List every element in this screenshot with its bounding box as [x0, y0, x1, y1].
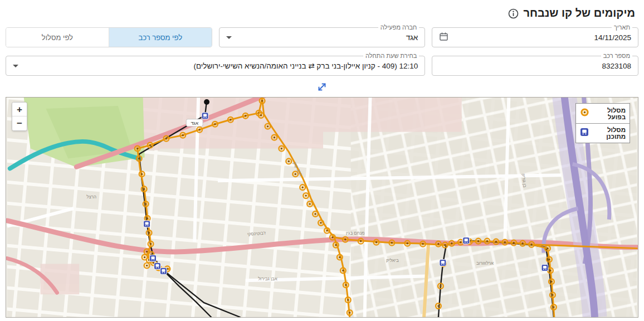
actual-position-marker[interactable] [139, 171, 145, 177]
expand-map-icon[interactable] [316, 81, 328, 95]
actual-position-marker[interactable] [545, 246, 550, 251]
actual-position-marker[interactable] [458, 240, 464, 245]
actual-position-marker[interactable] [549, 279, 554, 284]
actual-position-marker[interactable] [551, 304, 557, 310]
map-street-label: מנחם בגין [346, 231, 365, 236]
actual-position-marker[interactable] [520, 241, 525, 246]
vehicle-number-field[interactable]: מספר רכב 8323108 [432, 56, 638, 76]
actual-position-marker[interactable] [330, 235, 335, 240]
actual-position-marker[interactable] [144, 262, 150, 268]
legend-actual-label: מסלול בפועל [589, 107, 626, 120]
route-start-marker[interactable] [204, 99, 209, 105]
actual-position-marker[interactable] [286, 158, 291, 164]
actual-position-marker[interactable] [145, 216, 150, 221]
date-field[interactable]: תאריך 14/11/2025 [432, 27, 638, 47]
actual-position-marker[interactable] [550, 292, 555, 298]
actual-position-marker[interactable] [476, 239, 481, 244]
toggle-by-vehicle-button[interactable]: לפי מספר רכב [109, 28, 212, 47]
bus-stop-icon [580, 128, 589, 139]
actual-position-marker[interactable] [265, 124, 271, 129]
planned-stop-marker[interactable] [202, 113, 208, 119]
actual-position-marker[interactable] [163, 136, 169, 142]
actual-position-marker[interactable] [313, 211, 318, 217]
actual-position-marker[interactable] [529, 242, 534, 247]
date-label: תאריך [612, 23, 632, 31]
actual-position-marker[interactable] [404, 241, 410, 246]
actual-position-marker[interactable] [180, 133, 186, 138]
actual-position-marker[interactable] [300, 184, 305, 190]
actual-position-marker[interactable] [136, 155, 142, 161]
svg-text:אגד: אגד [191, 120, 198, 126]
planned-stop-marker[interactable] [144, 221, 150, 227]
actual-position-marker[interactable] [324, 228, 330, 234]
actual-position-marker[interactable] [228, 117, 233, 123]
actual-position-marker[interactable] [143, 201, 149, 207]
actual-position-marker[interactable] [358, 239, 364, 244]
planned-stop-marker[interactable] [541, 264, 548, 271]
actual-position-marker[interactable] [337, 255, 343, 260]
toggle-by-route-button[interactable]: לפי מסלול [6, 28, 109, 47]
planned-stop-marker[interactable] [150, 255, 157, 262]
actual-position-marker[interactable] [147, 230, 152, 236]
legend-planned-label: מסלול מתוכנן [589, 127, 626, 140]
actual-position-marker[interactable] [449, 241, 455, 246]
map-container[interactable]: ז'בוטינסקימנחם בגיןאבן גבירולביאליקהרב ק… [6, 97, 638, 318]
info-icon[interactable] [508, 8, 519, 19]
chevron-down-icon [13, 65, 18, 67]
filters-bar: תאריך 14/11/2025 חברה מפעילה אגד לפי מספ… [6, 27, 638, 76]
actual-position-marker[interactable] [271, 135, 277, 140]
planned-stop-marker[interactable] [440, 260, 446, 266]
actual-position-marker[interactable] [436, 303, 441, 309]
actual-position-marker[interactable] [345, 297, 351, 303]
actual-position-marker[interactable] [148, 241, 154, 247]
company-value: אגד [406, 33, 418, 42]
actual-position-marker[interactable] [318, 220, 324, 226]
map-street-label: ארלוזורוב [476, 261, 494, 266]
actual-position-marker[interactable] [279, 146, 284, 152]
actual-position-marker[interactable] [511, 240, 516, 246]
actual-position-marker[interactable] [307, 201, 313, 207]
actual-position-marker[interactable] [260, 98, 265, 104]
map-street-label: הרצל [86, 194, 96, 200]
calendar-icon[interactable] [439, 32, 448, 43]
actual-position-marker[interactable] [343, 237, 348, 242]
actual-position-marker[interactable] [347, 310, 353, 315]
actual-position-marker[interactable] [148, 143, 153, 148]
actual-position-marker[interactable] [135, 146, 140, 152]
company-select[interactable]: חברה מפעילה אגד [219, 27, 426, 47]
actual-position-marker[interactable] [333, 242, 339, 248]
planned-stop-marker[interactable] [160, 268, 167, 274]
actual-position-marker[interactable] [502, 240, 508, 245]
actual-position-marker[interactable] [243, 113, 248, 119]
map-canvas[interactable]: ז'בוטינסקימנחם בגיןאבן גבירולביאליקהרב ק… [6, 98, 638, 317]
actual-position-marker[interactable] [493, 239, 499, 245]
map-label-pill: אגד [186, 119, 203, 127]
actual-position-marker[interactable] [389, 240, 394, 246]
actual-position-marker[interactable] [142, 186, 147, 192]
actual-position-marker[interactable] [303, 193, 309, 198]
planned-stop-marker[interactable] [463, 237, 470, 244]
planned-stop-marker[interactable] [154, 262, 161, 269]
actual-position-marker[interactable] [374, 240, 379, 245]
actual-position-marker[interactable] [436, 241, 441, 247]
vehicle-number-value: 8323108 [602, 62, 631, 70]
actual-position-marker[interactable] [258, 113, 264, 118]
actual-position-marker[interactable] [212, 121, 218, 127]
actual-position-marker[interactable] [420, 241, 426, 247]
actual-position-marker[interactable] [442, 242, 448, 248]
legend-actual-route: מסלול בפועל [576, 104, 630, 123]
actual-position-marker[interactable] [197, 127, 202, 133]
actual-position-marker[interactable] [343, 282, 349, 288]
zoom-in-button[interactable]: + [12, 103, 27, 116]
start-time-select[interactable]: בחירת שעת התחלה 12:10 (409 - קניון איילו… [6, 56, 425, 76]
vehicle-number-label: מספר רכב [601, 52, 632, 60]
actual-position-marker[interactable] [340, 268, 346, 273]
zoom-out-button[interactable]: − [12, 116, 27, 130]
actual-position-marker[interactable] [547, 257, 552, 262]
actual-route-marker-icon [580, 108, 589, 119]
view-toggle-group: לפי מספר רכב לפי מסלול [6, 27, 212, 47]
map-street-label: אבן גבירול [258, 276, 277, 281]
actual-position-marker[interactable] [485, 239, 490, 244]
zoom-control: + − [12, 102, 27, 131]
actual-position-marker[interactable] [438, 283, 443, 289]
